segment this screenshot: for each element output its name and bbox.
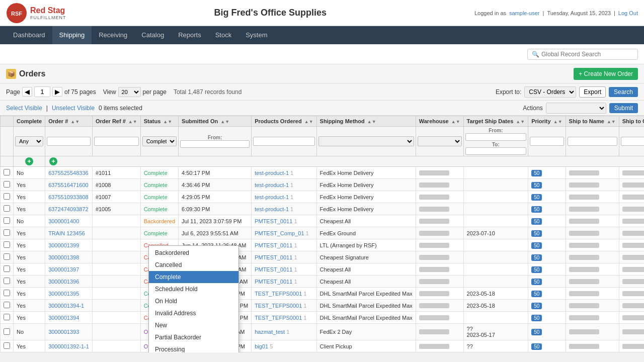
- row-order-num[interactable]: 3000001396: [45, 276, 93, 288]
- warehouse-filter-select[interactable]: [418, 136, 462, 146]
- row-order-num[interactable]: 6375510933808: [45, 191, 93, 203]
- dd-cancelled[interactable]: Cancelled: [149, 259, 238, 271]
- filter-shipping[interactable]: [316, 127, 416, 156]
- row-order-num[interactable]: 3000001400: [45, 215, 93, 227]
- header-order-ref[interactable]: Order Ref # ▲▼: [92, 116, 140, 127]
- row-order-num[interactable]: 3000001394: [45, 312, 93, 324]
- status-dropdown[interactable]: Backordered Cancelled Complete Scheduled…: [148, 245, 239, 352]
- row-checkbox[interactable]: [1, 276, 14, 288]
- header-submitted[interactable]: Submitted On ▲▼: [179, 116, 252, 127]
- complete-filter-select[interactable]: AnyYesNo: [15, 136, 43, 146]
- row-products[interactable]: big01 5: [252, 340, 316, 352]
- header-products[interactable]: Products Ordered ▲▼: [252, 116, 316, 127]
- filter-status[interactable]: BackorderedCancelledComplete Scheduled H…: [140, 127, 178, 156]
- export-button[interactable]: Export: [579, 86, 606, 98]
- nav-catalog[interactable]: Catalog: [134, 26, 171, 44]
- row-products[interactable]: TEST_TEFPS0001 1: [252, 312, 316, 324]
- row-checkbox[interactable]: [1, 215, 14, 227]
- row-checkbox[interactable]: [1, 191, 14, 203]
- target-from-filter[interactable]: [465, 133, 527, 141]
- row-products[interactable]: PMTEST_Comp_01 1: [252, 227, 316, 239]
- ship-company-filter[interactable]: [621, 137, 644, 146]
- nav-receiving[interactable]: Receiving: [92, 26, 134, 44]
- row-checkbox[interactable]: [1, 288, 14, 300]
- header-target[interactable]: Target Ship Dates ▲▼: [463, 116, 528, 127]
- filter-complete[interactable]: AnyYesNo: [14, 127, 45, 156]
- row-checkbox[interactable]: [1, 340, 14, 352]
- row-products[interactable]: PMTEST_0011 1: [252, 263, 316, 276]
- header-priority[interactable]: Priority ▲▼: [528, 116, 566, 127]
- row-products[interactable]: hazmat_test 1: [252, 324, 316, 340]
- row-checkbox[interactable]: [1, 251, 14, 263]
- row-order-num[interactable]: 3000001394-1: [45, 300, 93, 312]
- nav-shipping[interactable]: Shipping: [52, 26, 92, 44]
- row-order-num[interactable]: 3000001399: [45, 239, 93, 251]
- nav-system[interactable]: System: [238, 26, 274, 44]
- priority-filter[interactable]: [530, 137, 564, 146]
- header-order-num[interactable]: Order # ▲▼: [45, 116, 93, 127]
- dd-invalid-address[interactable]: Invalid Address: [149, 307, 238, 319]
- export-select[interactable]: CSV - Orders: [524, 86, 576, 98]
- dd-partial-backorder[interactable]: Partial Backorder: [149, 331, 238, 343]
- order-num-filter[interactable]: [47, 137, 91, 146]
- filter-ship-name[interactable]: [566, 127, 619, 156]
- row-checkbox[interactable]: [1, 227, 14, 239]
- row-checkbox[interactable]: [1, 167, 14, 179]
- prev-page-button[interactable]: ◀: [22, 87, 32, 97]
- search-button[interactable]: Search: [609, 87, 638, 97]
- products-filter[interactable]: [253, 137, 314, 146]
- row-order-num[interactable]: 3000001395: [45, 288, 93, 300]
- dd-new[interactable]: New: [149, 319, 238, 331]
- filter-order-ref[interactable]: [92, 127, 140, 156]
- header-ship-name[interactable]: Ship to Name ▲▼: [566, 116, 619, 127]
- filter-warehouse[interactable]: [416, 127, 463, 156]
- actions-select[interactable]: [546, 103, 606, 114]
- row-checkbox[interactable]: [1, 312, 14, 324]
- row-checkbox[interactable]: [1, 324, 14, 340]
- header-shipping[interactable]: Shipping Method ▲▼: [316, 116, 416, 127]
- row-order-num[interactable]: 6372474093872: [45, 203, 93, 215]
- dd-on-hold[interactable]: On Hold: [149, 295, 238, 307]
- header-warehouse[interactable]: Warehouse ▲▼: [416, 116, 463, 127]
- page-number-input[interactable]: [34, 86, 50, 97]
- dd-backordered[interactable]: Backordered: [149, 247, 238, 259]
- row-products[interactable]: PMTEST_0011 1: [252, 251, 316, 263]
- ship-name-filter[interactable]: [568, 137, 617, 146]
- submitted-from-filter[interactable]: [180, 140, 250, 148]
- row-products[interactable]: PMTEST_0011 1: [252, 215, 316, 227]
- create-new-button[interactable]: + Create New Order: [574, 68, 638, 80]
- filter-ship-company[interactable]: [619, 127, 644, 156]
- username-link[interactable]: sample-user: [509, 10, 540, 16]
- row-order-num[interactable]: 3000001397: [45, 263, 93, 276]
- nav-reports[interactable]: Reports: [171, 26, 208, 44]
- select-visible-link[interactable]: Select Visible: [6, 105, 42, 112]
- row-products[interactable]: test-product-1 1: [252, 203, 316, 215]
- filter-products[interactable]: [252, 127, 316, 156]
- shipping-filter-select[interactable]: [318, 136, 414, 146]
- row-products[interactable]: test-product-1 1: [252, 191, 316, 203]
- filter-target[interactable]: From: To:: [463, 127, 528, 156]
- row-checkbox[interactable]: [1, 263, 14, 276]
- row-products[interactable]: TEST_TEFPS0001 1: [252, 288, 316, 300]
- target-to-filter[interactable]: [465, 147, 527, 155]
- filter-order-num[interactable]: [45, 127, 93, 156]
- add-order-icon[interactable]: +: [49, 157, 57, 165]
- dd-complete[interactable]: Complete: [149, 271, 238, 283]
- logout-link[interactable]: Log Out: [618, 10, 638, 16]
- nav-dashboard[interactable]: Dashboard: [6, 26, 52, 44]
- row-order-num[interactable]: 3000001398: [45, 251, 93, 263]
- dd-processing[interactable]: Processing: [149, 343, 238, 352]
- filter-submitted[interactable]: From:: [179, 127, 252, 156]
- row-products[interactable]: TEST_TEFPS0001 1: [252, 300, 316, 312]
- row-checkbox[interactable]: [1, 203, 14, 215]
- row-checkbox[interactable]: [1, 300, 14, 312]
- row-order-num[interactable]: 6375525548336: [45, 167, 93, 179]
- row-order-num[interactable]: 3000001393: [45, 324, 93, 340]
- row-products[interactable]: test-product-1 1: [252, 179, 316, 191]
- nav-stock[interactable]: Stock: [208, 26, 239, 44]
- submit-button[interactable]: Submit: [609, 103, 638, 113]
- global-search-input[interactable]: [541, 51, 632, 58]
- row-checkbox[interactable]: [1, 239, 14, 251]
- unselect-visible-link[interactable]: Unselect Visible: [52, 105, 95, 112]
- row-order-num[interactable]: 6375516471600: [45, 179, 93, 191]
